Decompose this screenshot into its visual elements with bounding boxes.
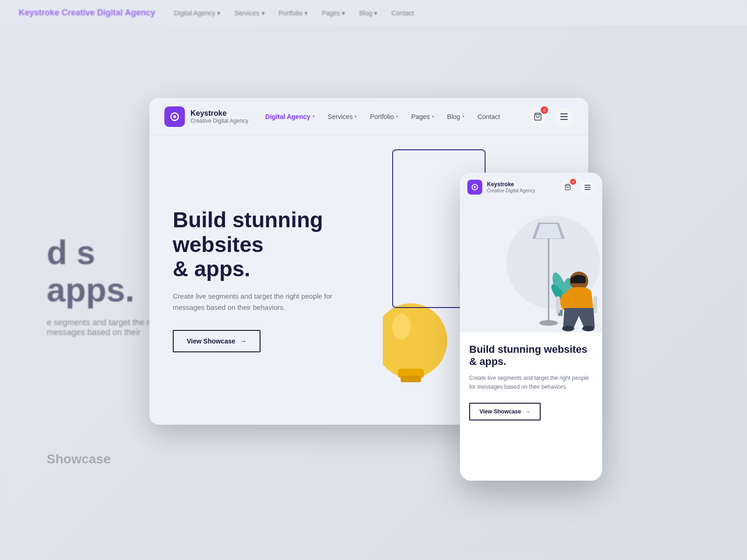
logo-text: Keystroke Creative Digital Agency [190, 109, 248, 124]
svg-rect-51 [585, 189, 591, 190]
lightbulb-illustration [383, 294, 462, 397]
logo-area: Keystroke Creative Digital Agency [164, 106, 248, 127]
nav-digital-agency[interactable]: Digital Agency ▾ [265, 113, 315, 120]
svg-rect-62 [593, 296, 597, 313]
svg-point-64 [562, 326, 574, 331]
mobile-view-showcase-button[interactable]: View Showcase → [469, 403, 541, 420]
chevron-down-icon: ▾ [312, 114, 315, 119]
nav-actions: 0 [529, 107, 573, 126]
mobile-cart-badge: 0 [570, 179, 576, 185]
nav-links: Digital Agency ▾ Services ▾ Portfolio ▾ … [265, 113, 529, 120]
svg-rect-49 [585, 185, 591, 186]
svg-point-1 [173, 115, 176, 118]
svg-point-65 [582, 326, 594, 331]
mobile-hero-content: Build stunning websites & apps. Create l… [460, 332, 602, 432]
mobile-hero-illustration [460, 202, 602, 332]
mobile-hero-title: Build stunning websites & apps. [469, 343, 593, 368]
svg-rect-4 [560, 116, 568, 117]
cart-badge: 0 [541, 106, 548, 114]
hamburger-menu-button[interactable] [555, 107, 573, 126]
arrow-right-icon: → [240, 337, 247, 345]
logo-tagline: Creative Digital Agency [190, 118, 248, 124]
mobile-logo-tagline: Creative Digital Agency [487, 188, 560, 193]
mobile-logo-icon [467, 180, 482, 195]
chevron-down-icon: ▾ [462, 114, 465, 119]
bg-showcase-text: Showcase [47, 452, 111, 467]
logo-name: Keystroke [190, 109, 248, 118]
svg-point-47 [474, 186, 476, 188]
mobile-arrow-right-icon: → [525, 408, 530, 415]
desktop-navbar: Keystroke Creative Digital Agency Digita… [149, 98, 588, 135]
bg-nav: Digital Agency ▾ Services ▾ Portfolio ▾ … [174, 9, 414, 17]
chevron-down-icon: ▾ [396, 114, 398, 119]
mobile-cart-button[interactable]: 0 [560, 180, 575, 195]
hero-title: Build stunning websites & apps. [173, 208, 364, 282]
cart-button[interactable]: 0 [529, 107, 547, 126]
main-scene: Keystroke Creative Digital Agency Digita… [149, 98, 598, 462]
mobile-nav-actions: 0 [560, 180, 595, 195]
chevron-down-icon: ▾ [354, 114, 357, 119]
mobile-hero-subtitle: Create live segments and target the righ… [469, 374, 593, 392]
svg-point-32 [392, 314, 411, 340]
hero-subtitle: Create live segments and target the righ… [173, 291, 350, 313]
nav-contact[interactable]: Contact [478, 113, 500, 120]
svg-rect-61 [556, 296, 560, 313]
svg-rect-31 [401, 376, 421, 382]
bg-brand-text: Keystroke Creative Digital Agency [19, 8, 155, 18]
mobile-illustration-svg [460, 202, 602, 332]
svg-rect-5 [560, 119, 568, 120]
nav-services[interactable]: Services ▾ [328, 113, 357, 120]
mobile-card: Keystroke Creative Digital Agency 0 [460, 173, 602, 481]
view-showcase-button[interactable]: View Showcase → [173, 330, 261, 352]
svg-point-55 [539, 320, 558, 326]
chevron-down-icon: ▾ [432, 114, 434, 119]
mobile-header: Keystroke Creative Digital Agency 0 [460, 173, 602, 202]
svg-point-29 [383, 303, 447, 378]
nav-pages[interactable]: Pages ▾ [411, 113, 434, 120]
mobile-hamburger-menu-button[interactable] [580, 180, 595, 195]
nav-portfolio[interactable]: Portfolio ▾ [370, 113, 398, 120]
hero-left: Build stunning websites & apps. Create l… [149, 135, 383, 425]
svg-rect-3 [560, 113, 568, 114]
mobile-logo-name: Keystroke [487, 181, 560, 188]
nav-blog[interactable]: Blog ▾ [447, 113, 465, 120]
svg-rect-50 [585, 187, 591, 188]
logo-icon [164, 106, 185, 127]
mobile-logo-text: Keystroke Creative Digital Agency [487, 181, 560, 193]
